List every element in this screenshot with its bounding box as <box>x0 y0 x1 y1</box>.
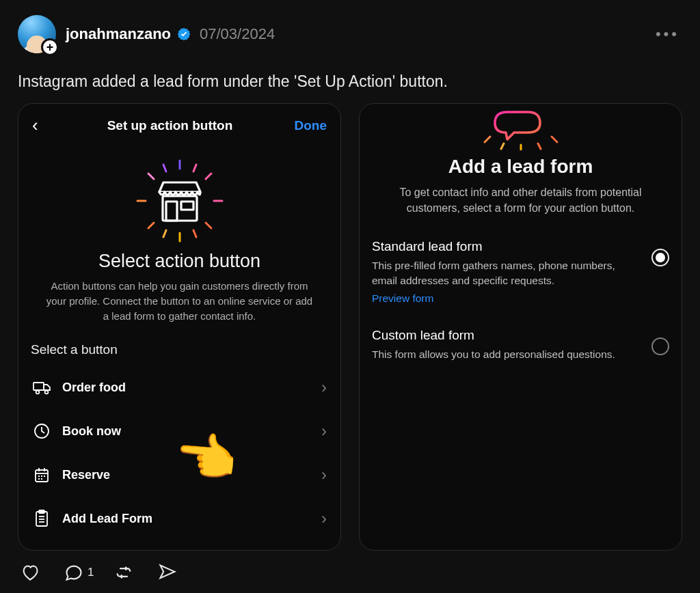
svg-line-9 <box>193 165 196 171</box>
svg-rect-15 <box>33 383 44 390</box>
option-label: Add Lead Form <box>62 512 310 526</box>
repost-button[interactable] <box>114 563 137 582</box>
back-chevron-icon[interactable]: ‹ <box>32 115 54 136</box>
add-story-plus-icon[interactable]: + <box>41 38 59 56</box>
like-button[interactable] <box>21 563 44 582</box>
calendar-icon <box>32 467 51 483</box>
post-date: 07/03/2024 <box>200 25 275 43</box>
speech-bubble-illustration-icon <box>372 111 669 150</box>
clipboard-icon <box>32 510 51 527</box>
svg-line-5 <box>206 223 211 228</box>
chevron-right-icon: › <box>321 509 327 528</box>
screenshots-row: ‹ Set up action button Done <box>18 103 682 551</box>
option-book-now[interactable]: Book now › <box>31 409 328 453</box>
comment-icon <box>64 563 83 582</box>
chevron-right-icon: › <box>321 422 327 441</box>
svg-rect-12 <box>163 196 197 221</box>
post-header: + jonahmanzano 07/03/2024 ••• <box>18 15 682 53</box>
svg-line-10 <box>163 230 166 237</box>
form-option-subtitle: This pre-filled form gathers names, phon… <box>372 258 639 288</box>
share-button[interactable] <box>158 563 181 582</box>
post-username[interactable]: jonahmanzano <box>66 25 171 43</box>
option-label: Book now <box>62 424 310 439</box>
post-container: + jonahmanzano 07/03/2024 ••• Instagram … <box>0 0 700 590</box>
comment-button[interactable]: 1 <box>64 563 94 582</box>
option-add-lead-form[interactable]: Add Lead Form › <box>31 497 328 540</box>
select-action-description: Action buttons can help you gain custome… <box>43 279 316 323</box>
post-author-row: jonahmanzano 07/03/2024 <box>66 25 275 43</box>
verified-badge-icon <box>176 27 191 42</box>
avatar-container[interactable]: + <box>18 15 56 53</box>
chevron-right-icon: › <box>321 378 327 397</box>
select-action-heading: Select action button <box>31 251 328 272</box>
post-action-bar: 1 <box>18 563 682 582</box>
select-button-subhead: Select a button <box>31 342 328 357</box>
radio-unselected-icon[interactable] <box>651 337 669 355</box>
standard-lead-form-option[interactable]: Standard lead form This pre-filled form … <box>372 239 669 304</box>
svg-point-17 <box>45 391 49 394</box>
option-label: Order food <box>62 381 310 395</box>
setup-action-panel: ‹ Set up action button Done <box>18 103 341 551</box>
setup-action-header: ‹ Set up action button Done <box>31 113 328 139</box>
svg-rect-13 <box>166 202 177 221</box>
truck-icon <box>32 380 51 395</box>
svg-line-6 <box>148 223 154 228</box>
post-body-text: Instagram added a lead form under the 'S… <box>18 72 682 91</box>
clock-icon <box>32 423 51 439</box>
preview-form-link[interactable]: Preview form <box>372 292 433 305</box>
svg-point-16 <box>36 391 40 394</box>
svg-line-36 <box>501 143 504 149</box>
repost-icon <box>114 563 133 582</box>
svg-rect-14 <box>181 202 193 210</box>
heart-icon <box>21 563 40 582</box>
svg-line-34 <box>552 137 557 142</box>
option-reserve[interactable]: Reserve › 👇 <box>31 453 328 497</box>
setup-action-title: Set up action button <box>54 118 286 133</box>
form-option-title: Custom lead form <box>372 328 639 343</box>
custom-lead-form-option[interactable]: Custom lead form This form allows you to… <box>372 328 669 362</box>
lead-form-heading: Add a lead form <box>372 156 669 178</box>
storefront-illustration-icon <box>118 156 241 245</box>
done-button[interactable]: Done <box>286 118 327 133</box>
form-option-subtitle: This form allows you to add personalised… <box>372 347 639 362</box>
svg-line-33 <box>485 137 490 142</box>
lead-form-description: To get contact info and other details fr… <box>387 184 654 216</box>
option-order-food[interactable]: Order food › <box>31 366 328 409</box>
svg-line-8 <box>163 165 166 171</box>
svg-line-37 <box>538 143 541 149</box>
post-more-menu-icon[interactable]: ••• <box>656 25 682 43</box>
form-option-title: Standard lead form <box>372 239 639 254</box>
svg-line-11 <box>193 230 196 237</box>
option-label: Reserve <box>62 468 310 482</box>
lead-form-panel: Add a lead form To get contact info and … <box>359 103 682 551</box>
radio-selected-icon[interactable] <box>651 249 669 266</box>
send-icon <box>158 563 177 582</box>
chevron-right-icon: › <box>321 465 327 484</box>
comment-count: 1 <box>88 566 94 579</box>
svg-line-7 <box>206 174 211 179</box>
svg-line-4 <box>148 174 154 179</box>
